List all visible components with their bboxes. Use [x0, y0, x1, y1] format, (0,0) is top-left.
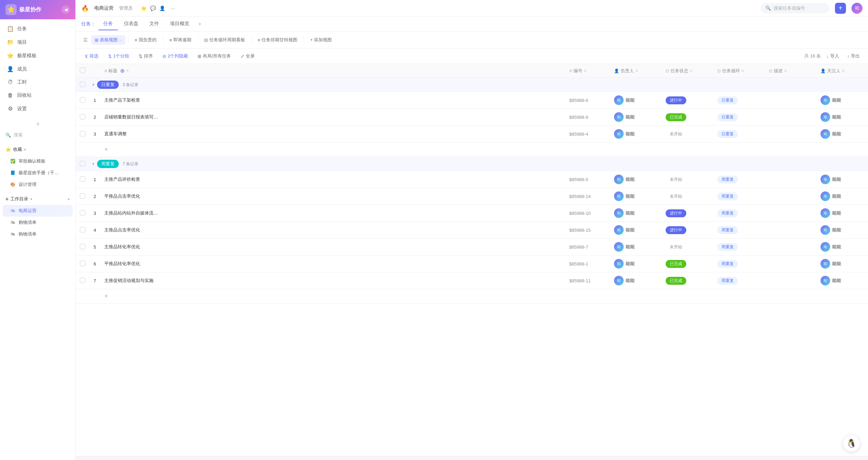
sidebar-item-shopping1[interactable]: 🛍 购物清单 [0, 217, 75, 228]
add-view-btn[interactable]: + 添加视图 [307, 35, 335, 45]
sidebar-item-design[interactable]: 🎨 设计管理 [0, 179, 75, 190]
fullscreen-button[interactable]: ⤢ 全屏 [237, 51, 258, 61]
row-title[interactable]: 平推品转化率优化 [100, 255, 565, 272]
table-row[interactable]: 6 平推品转化率优化 $85988-1 能 能能 已完成 周重复 能 能能 [76, 255, 868, 272]
row-title[interactable]: 主推品站内站外自媒体流… [100, 205, 565, 222]
row-status[interactable]: 未开始 [661, 239, 713, 255]
tab-files[interactable]: 文件 [145, 18, 164, 30]
import-button[interactable]: ↓ 导入 [824, 52, 842, 61]
row-title[interactable]: 平推品点击率优化 [100, 188, 565, 205]
row-title[interactable]: 主推产品评价检查 [100, 171, 565, 188]
sidebar-item-members[interactable]: 👤 成员 [0, 62, 75, 76]
row-title[interactable]: 主推品转化率优化 [100, 239, 565, 255]
sidebar-item-ecommerce[interactable]: 🛍 电商运营 [3, 205, 73, 217]
user-icon[interactable]: 👤 [159, 6, 165, 11]
sidebar-item-shopping2[interactable]: 🛍 购物清单 [0, 228, 75, 240]
table-row[interactable]: 3 直通车调整 $85988-4 能 能能 未开始 日重复 能 能能 [76, 126, 868, 143]
collapse-btn[interactable]: ◀ [62, 6, 70, 14]
group-collapse-icon[interactable]: ▾ [92, 161, 94, 166]
row-status[interactable]: 进行中 [661, 92, 713, 109]
row-checkbox[interactable] [80, 261, 85, 266]
row-checkbox[interactable] [80, 193, 85, 199]
row-status[interactable]: 已完成 [661, 255, 713, 272]
row-title[interactable]: 直通车调整 [100, 126, 565, 143]
star-icon[interactable]: ⭐ [141, 6, 147, 11]
row-checkbox[interactable] [80, 131, 85, 136]
add-task-row[interactable]: + [76, 143, 868, 157]
more-icon[interactable]: ··· [171, 6, 175, 11]
filter-button[interactable]: ⊻ 筛选 [81, 51, 102, 61]
sidebar-item-workhours[interactable]: ⏱ 工时 [0, 76, 75, 89]
watcher-sort-icon[interactable]: ⇅ [842, 69, 845, 73]
row-title[interactable]: 主推品点击率优化 [100, 222, 565, 239]
user-avatar[interactable]: 能 [851, 3, 862, 14]
group-button[interactable]: ⇅ 1个分组 [105, 51, 133, 61]
add-task-button[interactable]: + [100, 289, 868, 304]
row-checkbox[interactable] [80, 227, 85, 232]
topbar-search[interactable]: 🔍 搜索任务或编号 [761, 3, 829, 13]
view-responsible-btn[interactable]: ≡ 我负责的 [131, 35, 160, 45]
sidebar-item-projects[interactable]: 📁 项目 [0, 35, 75, 49]
row-status[interactable]: 已完成 [661, 272, 713, 289]
add-col-icon[interactable]: ⊕ [120, 67, 125, 74]
row-checkbox[interactable] [80, 176, 85, 182]
sidebar-item-trash[interactable]: 🗑 回收站 [0, 89, 75, 102]
row-status[interactable]: 进行中 [661, 205, 713, 222]
add-workdir-button[interactable]: + [67, 197, 70, 202]
favorites-header[interactable]: ⭐ 收藏 ▾ [0, 144, 75, 155]
chat-icon[interactable]: 💬 [150, 6, 156, 11]
table-row[interactable]: 4 主推品点击率优化 $85988-15 能 能能 进行中 周重复 能 能能 [76, 222, 868, 239]
sidebar-item-tasks[interactable]: 📋 任务 [0, 22, 75, 35]
view-cycle-board-btn[interactable]: ⊟ 任务循环周期看板 [201, 35, 248, 45]
sidebar-search[interactable]: 🔍 搜索 [0, 129, 75, 141]
code-sort-icon[interactable]: ⇅ [584, 69, 586, 73]
table-row[interactable]: 1 主推产品评价检查 $85988-5 能 能能 未开始 周重复 能 能能 [76, 171, 868, 188]
header-checkbox[interactable] [80, 67, 85, 73]
row-checkbox[interactable] [80, 114, 85, 119]
assignee-sort-icon[interactable]: ⇅ [635, 69, 638, 73]
export-button[interactable]: ↑ 导出 [845, 52, 863, 61]
row-title[interactable]: 主推产品下架检查 [100, 92, 565, 109]
row-status[interactable]: 已完成 [661, 109, 713, 126]
table-row[interactable]: 2 店铺销量数据日报表填写… $85988-9 能 能能 已完成 日重复 能 能… [76, 109, 868, 126]
table-row[interactable]: 1 主推产品下架检查 $85988-6 能 能能 进行中 日重复 能 能能 [76, 92, 868, 109]
view-upcoming-btn[interactable]: ≡ 即将逾期 [166, 35, 195, 45]
row-status[interactable]: 未开始 [661, 126, 713, 143]
tab-tasks[interactable]: 任务 [98, 18, 118, 30]
helper-button[interactable]: 🐧 [843, 435, 860, 452]
row-checkbox[interactable] [80, 210, 85, 216]
workdir-header[interactable]: ≡ 工作目录 ▾ + [0, 193, 75, 205]
group-collapse-icon[interactable]: ▾ [92, 82, 94, 87]
project-name[interactable]: 电商运营 [94, 5, 114, 11]
title-sort-icon[interactable]: ⇅ [126, 69, 129, 73]
sort-button[interactable]: ⇅ 排序 [135, 51, 156, 61]
sidebar-item-settings[interactable]: ⚙ 设置 [0, 102, 75, 115]
cycle-sort-icon[interactable]: ⇅ [741, 69, 744, 73]
admin-label[interactable]: 管理员 [119, 5, 133, 11]
table-row[interactable]: 3 主推品站内站外自媒体流… $85988-10 能 能能 进行中 周重复 能 … [76, 205, 868, 222]
tab-dashboard[interactable]: 仪表盘 [119, 18, 143, 30]
add-button[interactable]: + [835, 3, 846, 14]
status-sort-icon[interactable]: ⇅ [690, 69, 692, 73]
view-gantt-btn[interactable]: ≡ 任务排期甘特视图 [254, 35, 301, 45]
sidebar-item-templates[interactable]: ⭐ 极星模板 [0, 49, 75, 62]
bottom-scrollbar[interactable] [76, 456, 868, 460]
add-task-row[interactable]: + [76, 289, 868, 304]
row-status[interactable]: 未开始 [661, 171, 713, 188]
layout-button[interactable]: ⊞ 布局/所有任务 [194, 51, 234, 61]
row-checkbox[interactable] [80, 278, 85, 283]
table-row[interactable]: 5 主推品转化率优化 $85988-7 能 能能 未开始 周重复 能 能能 [76, 239, 868, 255]
row-title[interactable]: 店铺销量数据日报表填写… [100, 109, 565, 126]
sidebar-item-handbook[interactable]: 📘 极星提效手册（千… [0, 167, 75, 179]
collapse-icon[interactable]: ∧ [0, 118, 75, 129]
more-dots-icon[interactable]: ··· [119, 38, 122, 42]
table-row[interactable]: 2 平推品点击率优化 $85988-14 能 能能 未开始 周重复 能 能能 [76, 188, 868, 205]
sidebar-item-approval[interactable]: ✅ 审批确认模板 [0, 155, 75, 167]
row-checkbox[interactable] [80, 97, 85, 103]
tab-overview[interactable]: 项目概览 [165, 18, 194, 30]
group-checkbox[interactable] [80, 161, 85, 166]
group-checkbox[interactable] [80, 82, 85, 87]
add-task-button[interactable]: + [100, 143, 868, 157]
row-checkbox[interactable] [80, 244, 85, 249]
table-row[interactable]: 7 主推促销活动规划与实施 $85988-11 能 能能 已完成 周重复 能 能… [76, 272, 868, 289]
